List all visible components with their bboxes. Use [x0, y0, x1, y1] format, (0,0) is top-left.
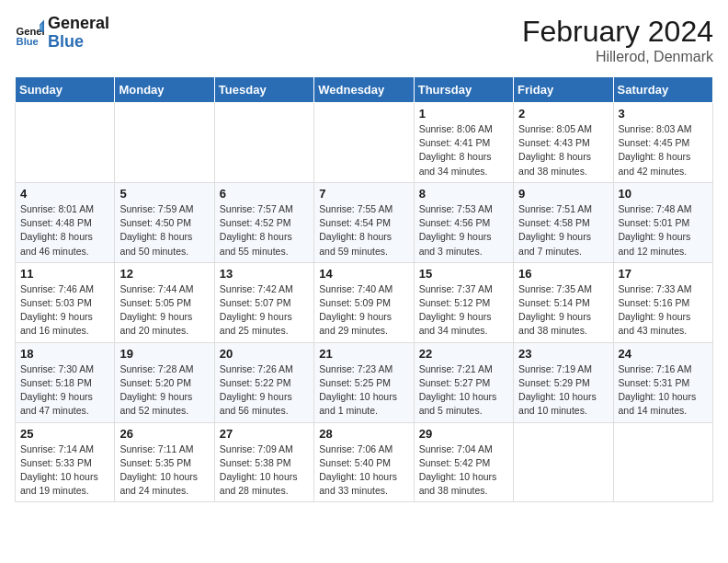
day-number: 23 [518, 347, 608, 361]
cell-info: Sunrise: 7:57 AMSunset: 4:52 PMDaylight:… [220, 202, 309, 259]
cell-info: Sunrise: 7:04 AMSunset: 5:42 PMDaylight:… [419, 442, 508, 499]
day-number: 18 [20, 347, 109, 361]
calendar-cell [214, 103, 313, 183]
cell-info: Sunrise: 7:44 AMSunset: 5:05 PMDaylight:… [119, 282, 209, 339]
calendar-cell: 8Sunrise: 7:53 AMSunset: 4:56 PMDaylight… [414, 182, 513, 262]
col-header-tuesday: Tuesday [214, 77, 313, 103]
calendar-cell [514, 422, 613, 502]
col-header-friday: Friday [514, 77, 613, 103]
calendar-cell: 21Sunrise: 7:23 AMSunset: 5:25 PMDayligh… [314, 342, 414, 422]
calendar-week-3: 11Sunrise: 7:46 AMSunset: 5:03 PMDayligh… [16, 262, 713, 342]
day-number: 11 [20, 267, 109, 281]
day-number: 16 [518, 267, 608, 281]
svg-text:Blue: Blue [17, 36, 39, 47]
calendar-cell: 11Sunrise: 7:46 AMSunset: 5:03 PMDayligh… [16, 262, 115, 342]
calendar-cell: 13Sunrise: 7:42 AMSunset: 5:07 PMDayligh… [214, 262, 313, 342]
calendar-cell: 28Sunrise: 7:06 AMSunset: 5:40 PMDayligh… [314, 422, 414, 502]
logo-text: General Blue [48, 15, 109, 52]
logo-icon: General Blue [15, 18, 44, 48]
cell-info: Sunrise: 7:37 AMSunset: 5:12 PMDaylight:… [419, 282, 508, 339]
calendar-cell [115, 103, 214, 183]
cell-info: Sunrise: 7:28 AMSunset: 5:20 PMDaylight:… [119, 362, 209, 419]
cell-info: Sunrise: 7:09 AMSunset: 5:38 PMDaylight:… [220, 442, 309, 499]
calendar-cell: 4Sunrise: 8:01 AMSunset: 4:48 PMDaylight… [16, 182, 115, 262]
day-number: 27 [220, 427, 309, 441]
day-number: 3 [619, 107, 708, 121]
location: Hillerod, Denmark [522, 49, 713, 65]
day-number: 5 [119, 187, 209, 201]
day-number: 1 [419, 107, 508, 121]
calendar-cell: 14Sunrise: 7:40 AMSunset: 5:09 PMDayligh… [314, 262, 414, 342]
cell-info: Sunrise: 7:14 AMSunset: 5:33 PMDaylight:… [20, 442, 109, 499]
calendar-cell: 2Sunrise: 8:05 AMSunset: 4:43 PMDaylight… [514, 103, 613, 183]
day-number: 25 [20, 427, 109, 441]
day-number: 8 [419, 187, 508, 201]
cell-info: Sunrise: 8:01 AMSunset: 4:48 PMDaylight:… [20, 202, 109, 259]
day-number: 4 [20, 187, 109, 201]
day-number: 17 [619, 267, 708, 281]
calendar-week-4: 18Sunrise: 7:30 AMSunset: 5:18 PMDayligh… [16, 342, 713, 422]
cell-info: Sunrise: 7:06 AMSunset: 5:40 PMDaylight:… [319, 442, 408, 499]
calendar-week-1: 1Sunrise: 8:06 AMSunset: 4:41 PMDaylight… [16, 103, 713, 183]
day-number: 21 [319, 347, 408, 361]
day-number: 6 [220, 187, 309, 201]
calendar-week-5: 25Sunrise: 7:14 AMSunset: 5:33 PMDayligh… [16, 422, 713, 502]
calendar-cell: 1Sunrise: 8:06 AMSunset: 4:41 PMDaylight… [414, 103, 513, 183]
cell-info: Sunrise: 8:06 AMSunset: 4:41 PMDaylight:… [419, 122, 508, 178]
calendar-header-row: SundayMondayTuesdayWednesdayThursdayFrid… [16, 77, 713, 103]
day-number: 22 [419, 347, 508, 361]
calendar-cell: 18Sunrise: 7:30 AMSunset: 5:18 PMDayligh… [16, 342, 115, 422]
month-title: February 2024 [522, 15, 713, 49]
cell-info: Sunrise: 7:53 AMSunset: 4:56 PMDaylight:… [419, 202, 508, 259]
day-number: 19 [119, 347, 209, 361]
day-number: 14 [319, 267, 408, 281]
calendar-cell: 6Sunrise: 7:57 AMSunset: 4:52 PMDaylight… [214, 182, 313, 262]
calendar-cell: 29Sunrise: 7:04 AMSunset: 5:42 PMDayligh… [414, 422, 513, 502]
calendar-cell: 23Sunrise: 7:19 AMSunset: 5:29 PMDayligh… [514, 342, 613, 422]
day-number: 28 [319, 427, 408, 441]
calendar-table: SundayMondayTuesdayWednesdayThursdayFrid… [15, 76, 713, 502]
calendar-cell: 16Sunrise: 7:35 AMSunset: 5:14 PMDayligh… [514, 262, 613, 342]
logo: General Blue General Blue [15, 15, 109, 52]
calendar-cell: 24Sunrise: 7:16 AMSunset: 5:31 PMDayligh… [613, 342, 712, 422]
cell-info: Sunrise: 7:30 AMSunset: 5:18 PMDaylight:… [20, 362, 109, 419]
calendar-cell [314, 103, 414, 183]
day-number: 15 [419, 267, 508, 281]
cell-info: Sunrise: 7:55 AMSunset: 4:54 PMDaylight:… [319, 202, 408, 259]
cell-info: Sunrise: 7:16 AMSunset: 5:31 PMDaylight:… [619, 362, 708, 419]
calendar-cell: 17Sunrise: 7:33 AMSunset: 5:16 PMDayligh… [613, 262, 712, 342]
calendar-cell: 26Sunrise: 7:11 AMSunset: 5:35 PMDayligh… [115, 422, 214, 502]
col-header-wednesday: Wednesday [314, 77, 414, 103]
day-number: 9 [518, 187, 608, 201]
calendar-week-2: 4Sunrise: 8:01 AMSunset: 4:48 PMDaylight… [16, 182, 713, 262]
cell-info: Sunrise: 7:48 AMSunset: 5:01 PMDaylight:… [619, 202, 708, 259]
cell-info: Sunrise: 7:40 AMSunset: 5:09 PMDaylight:… [319, 282, 408, 339]
calendar-cell: 12Sunrise: 7:44 AMSunset: 5:05 PMDayligh… [115, 262, 214, 342]
day-number: 12 [119, 267, 209, 281]
calendar-cell: 7Sunrise: 7:55 AMSunset: 4:54 PMDaylight… [314, 182, 414, 262]
cell-info: Sunrise: 7:51 AMSunset: 4:58 PMDaylight:… [518, 202, 608, 259]
cell-info: Sunrise: 7:46 AMSunset: 5:03 PMDaylight:… [20, 282, 109, 339]
cell-info: Sunrise: 8:03 AMSunset: 4:45 PMDaylight:… [619, 122, 708, 178]
day-number: 7 [319, 187, 408, 201]
calendar-cell: 9Sunrise: 7:51 AMSunset: 4:58 PMDaylight… [514, 182, 613, 262]
day-number: 20 [220, 347, 309, 361]
day-number: 13 [220, 267, 309, 281]
cell-info: Sunrise: 7:59 AMSunset: 4:50 PMDaylight:… [119, 202, 209, 259]
calendar-cell: 10Sunrise: 7:48 AMSunset: 5:01 PMDayligh… [613, 182, 712, 262]
cell-info: Sunrise: 8:05 AMSunset: 4:43 PMDaylight:… [518, 122, 608, 178]
day-number: 2 [518, 107, 608, 121]
header: General Blue General Blue February 2024 … [15, 15, 713, 65]
cell-info: Sunrise: 7:11 AMSunset: 5:35 PMDaylight:… [119, 442, 209, 499]
calendar-cell: 27Sunrise: 7:09 AMSunset: 5:38 PMDayligh… [214, 422, 313, 502]
col-header-sunday: Sunday [16, 77, 115, 103]
calendar-cell: 22Sunrise: 7:21 AMSunset: 5:27 PMDayligh… [414, 342, 513, 422]
col-header-saturday: Saturday [613, 77, 712, 103]
cell-info: Sunrise: 7:33 AMSunset: 5:16 PMDaylight:… [619, 282, 708, 339]
cell-info: Sunrise: 7:23 AMSunset: 5:25 PMDaylight:… [319, 362, 408, 419]
day-number: 26 [119, 427, 209, 441]
cell-info: Sunrise: 7:26 AMSunset: 5:22 PMDaylight:… [220, 362, 309, 419]
calendar-cell: 25Sunrise: 7:14 AMSunset: 5:33 PMDayligh… [16, 422, 115, 502]
cell-info: Sunrise: 7:19 AMSunset: 5:29 PMDaylight:… [518, 362, 608, 419]
calendar-cell: 15Sunrise: 7:37 AMSunset: 5:12 PMDayligh… [414, 262, 513, 342]
